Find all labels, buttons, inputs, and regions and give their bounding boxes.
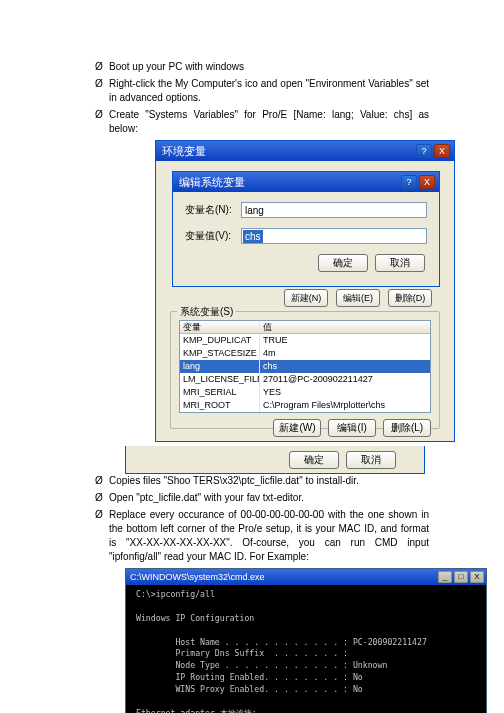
minimize-button[interactable]: _ — [438, 571, 452, 583]
edit-button-bg[interactable]: 编辑(E) — [336, 289, 380, 307]
close-button[interactable]: X — [419, 175, 435, 189]
step-text: Boot up your PC with windows — [109, 60, 429, 74]
list-item[interactable]: KMP_DUPLICATTRUE — [180, 334, 430, 347]
edit-button[interactable]: 编辑(I) — [328, 419, 376, 437]
bullet-icon: Ø — [95, 491, 109, 505]
col-value: 值 — [260, 321, 430, 333]
close-button[interactable]: X — [434, 144, 450, 158]
inner-titlebar[interactable]: 编辑系统变量 ? X — [173, 172, 439, 192]
bullet-icon: Ø — [95, 108, 109, 136]
dialog-cancel-button[interactable]: 取消 — [346, 451, 396, 469]
help-button[interactable]: ? — [416, 144, 432, 158]
dialog-titlebar[interactable]: 环境变量 ? X — [156, 141, 454, 161]
step-text: Copies files "Shoo TERS\x32\ptc_licfile.… — [109, 474, 429, 488]
list-item[interactable]: MRI_ROOTC:\Program Files\Mrplotter\chs — [180, 399, 430, 412]
step-5: Ø Open "ptc_licfile.dat" with your fav t… — [95, 491, 429, 505]
sysvars-list[interactable]: 变量 值 KMP_DUPLICATTRUE KMP_STACESIZE4m la… — [179, 320, 431, 413]
bullet-icon: Ø — [95, 508, 109, 564]
env-variables-dialog: 环境变量 ? X 编辑系统变量 ? X 变量名(N): — [155, 140, 455, 442]
cmd-output[interactable]: C:\>ipconfig/all Windows IP Configuratio… — [126, 585, 486, 713]
dialog-title: 环境变量 — [162, 144, 206, 159]
bullet-icon: Ø — [95, 77, 109, 105]
step-text: Open "ptc_licfile.dat" with your fav txt… — [109, 491, 429, 505]
bullet-icon: Ø — [95, 474, 109, 488]
list-item-selected[interactable]: langchs — [180, 360, 430, 373]
step-4: Ø Copies files "Shoo TERS\x32\ptc_licfil… — [95, 474, 429, 488]
cmd-title: C:\WINDOWS\system32\cmd.exe — [130, 572, 265, 582]
delete-button-bg[interactable]: 删除(D) — [388, 289, 432, 307]
value-label: 变量值(V): — [185, 229, 241, 243]
list-item[interactable]: LM_LICENSE_FILE27011@PC-200902211427 — [180, 373, 430, 386]
step-1: Ø Boot up your PC with windows — [95, 60, 429, 74]
var-name-input[interactable] — [241, 202, 427, 218]
delete-button[interactable]: 删除(L) — [383, 419, 431, 437]
group-label: 系统变量(S) — [177, 305, 236, 319]
close-button[interactable]: X — [470, 571, 484, 583]
bullet-icon: Ø — [95, 60, 109, 74]
cmd-titlebar[interactable]: C:\WINDOWS\system32\cmd.exe _ □ X — [126, 569, 486, 585]
help-button[interactable]: ? — [401, 175, 417, 189]
cancel-button[interactable]: 取消 — [375, 254, 425, 272]
name-label: 变量名(N): — [185, 203, 241, 217]
col-name: 变量 — [180, 321, 260, 333]
step-text: Create "Systems Variables" for Pro/E [Na… — [109, 108, 429, 136]
new-button-bg[interactable]: 新建(N) — [284, 289, 328, 307]
step-2: Ø Right-click the My Computer's ico and … — [95, 77, 429, 105]
step-6: Ø Replace every occurance of 00-00-00-00… — [95, 508, 429, 564]
maximize-button[interactable]: □ — [454, 571, 468, 583]
list-item[interactable]: MRI_SERIALYES — [180, 386, 430, 399]
cmd-window: C:\WINDOWS\system32\cmd.exe _ □ X C:\>ip… — [125, 568, 487, 713]
list-header[interactable]: 变量 值 — [180, 321, 430, 334]
step-text: Right-click the My Computer's ico and op… — [109, 77, 429, 105]
system-variables-group: 系统变量(S) 变量 值 KMP_DUPLICATTRUE KMP_STACES… — [170, 311, 440, 429]
ok-button[interactable]: 确定 — [318, 254, 368, 272]
step-3: Ø Create "Systems Variables" for Pro/E [… — [95, 108, 429, 136]
inner-title: 编辑系统变量 — [179, 175, 245, 190]
step-text: Replace every occurance of 00-00-00-00-0… — [109, 508, 429, 564]
dialog-ok-button[interactable]: 确定 — [289, 451, 339, 469]
var-value-input[interactable]: chs — [241, 228, 427, 244]
adapter-line: Ethernet adapter 本地连接: — [136, 708, 257, 713]
list-item[interactable]: KMP_STACESIZE4m — [180, 347, 430, 360]
new-button[interactable]: 新建(W) — [273, 419, 321, 437]
edit-sysvar-dialog: 编辑系统变量 ? X 变量名(N): 变量值(V): chs 确定 — [172, 171, 440, 287]
